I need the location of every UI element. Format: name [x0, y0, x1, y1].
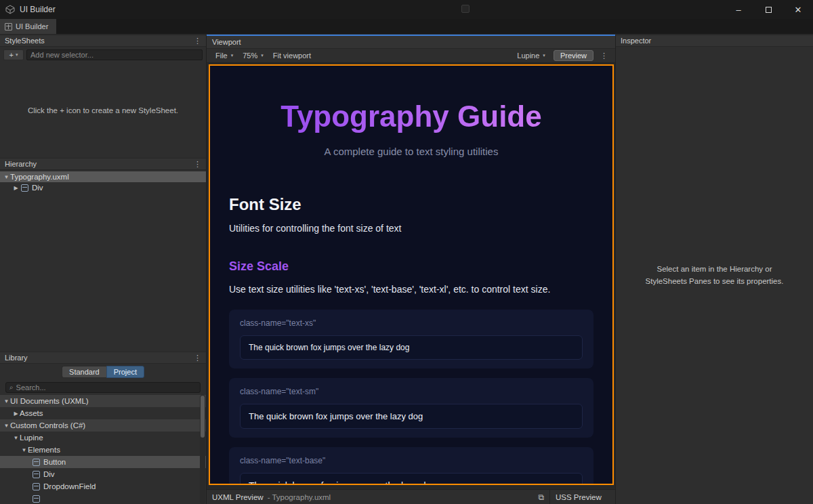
- sample-text: The quick brown fox jumps over the lazy …: [240, 335, 583, 360]
- search-field[interactable]: ⌕: [5, 382, 201, 393]
- doc-title: Typography Guide: [229, 100, 593, 134]
- collapse-icon[interactable]: ▶: [12, 411, 20, 417]
- fit-viewport-label: Fit viewport: [273, 51, 311, 60]
- ui-builder-tab-icon: [5, 23, 12, 30]
- tree-row-div[interactable]: ▶ Div: [0, 182, 206, 193]
- library-row-label: Div: [43, 470, 55, 478]
- open-external-icon[interactable]: ⧉: [538, 492, 544, 502]
- expand-icon[interactable]: ▼: [3, 398, 10, 404]
- inspector-body: Select an item in the Hierarchy or Style…: [616, 47, 813, 504]
- tab-ui-builder[interactable]: UI Builder: [0, 19, 56, 34]
- library-row-partial[interactable]: [0, 492, 206, 504]
- inspector-empty-message: Select an item in the Hierarchy or Style…: [636, 264, 793, 287]
- sample-text: The quick brown fox jumps over the lazy …: [240, 473, 583, 485]
- ui-builder-window: UI Builder – ✕ UI Builder StyleSheets ⋮: [0, 0, 813, 504]
- sample-cards: class-name="text-xs" The quick brown fox…: [229, 310, 593, 485]
- plus-icon: +: [9, 51, 14, 59]
- tree-row-label: Div: [32, 184, 43, 192]
- uss-preview-section[interactable]: USS Preview: [550, 490, 615, 504]
- left-column: StyleSheets ⋮ + ▾ Click the + icon to cr…: [0, 35, 207, 504]
- library-row-dropdownfield[interactable]: DropdownField: [0, 480, 206, 492]
- file-menu-label: File: [215, 51, 228, 60]
- open-document-name: - Typography.uxml: [268, 493, 331, 501]
- stylesheets-header: StyleSheets ⋮: [0, 35, 206, 47]
- collapse-icon[interactable]: ▶: [12, 185, 20, 191]
- viewport-toolbar: File ▾ 75% ▾ Fit viewport Lupine ▾ Previ…: [207, 49, 615, 63]
- library-title: Library: [5, 354, 28, 362]
- library-row-label: UI Documents (UXML): [10, 397, 89, 405]
- element-icon: [33, 471, 40, 478]
- section-description: Utilities for controlling the font size …: [229, 223, 593, 234]
- library-row-ui-documents[interactable]: ▼ UI Documents (UXML): [0, 395, 206, 407]
- library-row-custom-controls[interactable]: ▼ Custom Controls (C#): [0, 419, 206, 432]
- zoom-dropdown[interactable]: 75% ▾: [238, 49, 268, 62]
- viewport-menu-icon[interactable]: ⋮: [597, 51, 611, 60]
- preview-toggle[interactable]: Preview: [554, 50, 593, 61]
- stylesheets-menu-icon[interactable]: ⋮: [194, 37, 201, 45]
- hierarchy-menu-icon[interactable]: ⋮: [194, 160, 201, 169]
- subsection-description: Use text size utilities like 'text-xs', …: [229, 284, 593, 295]
- tab-standard[interactable]: Standard: [62, 366, 106, 378]
- inspector-title: Inspector: [621, 37, 651, 45]
- viewport-title: Viewport: [212, 38, 241, 46]
- library-row-label: Lupine: [20, 434, 43, 442]
- tree-row-label: Typography.uxml: [10, 173, 69, 181]
- uxml-preview-label: UXML Preview: [212, 493, 264, 501]
- chevron-down-icon: ▾: [543, 53, 545, 58]
- hierarchy-title: Hierarchy: [5, 160, 37, 168]
- maximize-button[interactable]: [753, 0, 783, 19]
- library-menu-icon[interactable]: ⋮: [194, 354, 201, 362]
- library-row-label: Assets: [20, 409, 43, 417]
- maximize-icon: [766, 7, 772, 13]
- panel-inspector: Inspector Select an item in the Hierarch…: [616, 35, 813, 504]
- panel-hierarchy: Hierarchy ⋮ ▼ Typography.uxml ▶ Div: [0, 158, 206, 352]
- close-button[interactable]: ✕: [783, 0, 813, 19]
- library-row-button[interactable]: Button: [0, 456, 206, 468]
- library-header: Library ⋮: [0, 352, 206, 364]
- hierarchy-header: Hierarchy ⋮: [0, 158, 206, 170]
- library-row-lupine[interactable]: ▼ Lupine: [0, 432, 206, 444]
- minimize-button[interactable]: –: [724, 0, 753, 19]
- tree-row-typography-uxml[interactable]: ▼ Typography.uxml: [0, 171, 206, 182]
- tab-project[interactable]: Project: [106, 366, 144, 378]
- library-row-elements[interactable]: ▼ Elements: [0, 444, 206, 456]
- sample-card-text-xs: class-name="text-xs" The quick brown fox…: [229, 310, 593, 369]
- library-search-row: ⌕: [0, 380, 206, 395]
- doc-subtitle: A complete guide to text styling utiliti…: [229, 146, 593, 157]
- library-scrollbar[interactable]: [200, 395, 205, 504]
- file-menu[interactable]: File ▾: [211, 49, 238, 62]
- minimize-icon: –: [736, 5, 741, 15]
- tab-label: UI Builder: [16, 22, 48, 30]
- element-icon: [33, 483, 40, 490]
- expand-icon[interactable]: ▼: [3, 174, 10, 180]
- titlebar-misc-icon[interactable]: [461, 5, 470, 13]
- add-selector-button[interactable]: + ▾: [3, 49, 24, 60]
- document-content: Typography Guide A complete guide to tex…: [210, 66, 612, 485]
- add-selector-input[interactable]: [26, 49, 203, 60]
- fit-viewport-button[interactable]: Fit viewport: [268, 49, 316, 62]
- main-area: StyleSheets ⋮ + ▾ Click the + icon to cr…: [0, 35, 813, 504]
- library-row-assets[interactable]: ▶ Assets: [0, 407, 206, 419]
- document-canvas[interactable]: Typography Guide A complete guide to tex…: [209, 64, 614, 485]
- stylesheets-title: StyleSheets: [5, 37, 45, 45]
- center-column: Viewport File ▾ 75% ▾ Fit viewport Lupin…: [207, 35, 616, 504]
- uxml-preview-section[interactable]: UXML Preview - Typography.uxml ⧉: [207, 490, 550, 504]
- search-icon: ⌕: [9, 384, 14, 391]
- titlebar: UI Builder – ✕: [0, 0, 813, 19]
- app-icon: [5, 5, 15, 14]
- expand-icon[interactable]: ▼: [20, 447, 28, 453]
- viewport-statusbar: UXML Preview - Typography.uxml ⧉ USS Pre…: [207, 489, 615, 504]
- element-icon: [33, 459, 40, 466]
- library-row-label: DropdownField: [43, 482, 96, 490]
- search-input[interactable]: [16, 383, 196, 392]
- expand-icon[interactable]: ▼: [3, 423, 10, 429]
- scrollbar-thumb[interactable]: [201, 396, 205, 438]
- expand-icon[interactable]: ▼: [12, 435, 20, 441]
- window-controls: – ✕: [724, 0, 813, 19]
- sample-card-text-sm: class-name="text-sm" The quick brown fox…: [229, 378, 593, 438]
- library-row-label: Button: [43, 458, 66, 466]
- library-row-div[interactable]: Div: [0, 468, 206, 480]
- card-class-label: class-name="text-xs": [240, 318, 583, 328]
- canvas-theme-dropdown[interactable]: Lupine ▾: [512, 49, 550, 62]
- hierarchy-tree: ▼ Typography.uxml ▶ Div: [0, 170, 206, 193]
